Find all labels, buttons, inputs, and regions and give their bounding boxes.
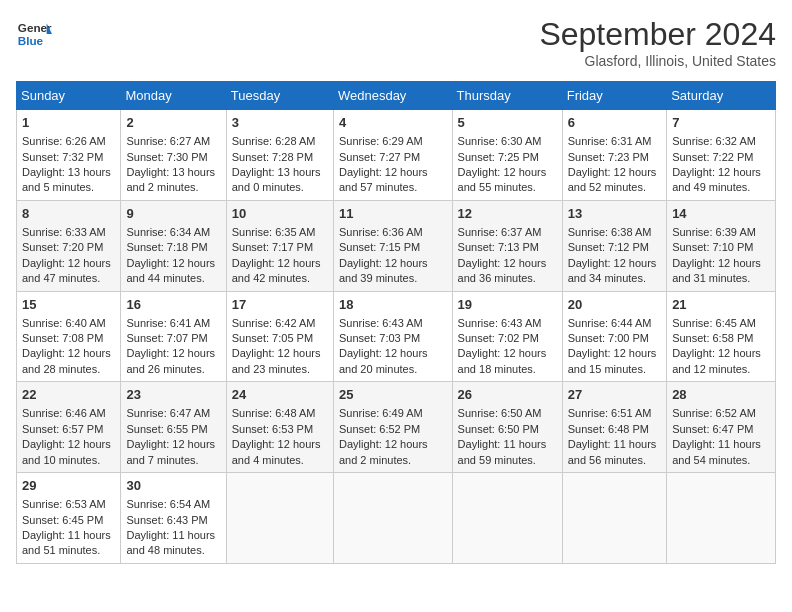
sunset-text: Sunset: 7:08 PM xyxy=(22,331,115,346)
sunset-text: Sunset: 7:17 PM xyxy=(232,240,328,255)
calendar-week-row: 29Sunrise: 6:53 AMSunset: 6:45 PMDayligh… xyxy=(17,473,776,564)
sunset-text: Sunset: 6:53 PM xyxy=(232,422,328,437)
sunset-text: Sunset: 7:00 PM xyxy=(568,331,661,346)
sunset-text: Sunset: 7:07 PM xyxy=(126,331,220,346)
day-number: 7 xyxy=(672,114,770,132)
sunset-text: Sunset: 7:20 PM xyxy=(22,240,115,255)
day-number: 26 xyxy=(458,386,557,404)
calendar-header-thursday: Thursday xyxy=(452,82,562,110)
day-number: 21 xyxy=(672,296,770,314)
daylight-text: Daylight: 12 hours and 36 minutes. xyxy=(458,256,557,287)
sunrise-text: Sunrise: 6:37 AM xyxy=(458,225,557,240)
daylight-text: Daylight: 11 hours and 51 minutes. xyxy=(22,528,115,559)
sunset-text: Sunset: 7:22 PM xyxy=(672,150,770,165)
day-number: 2 xyxy=(126,114,220,132)
day-number: 19 xyxy=(458,296,557,314)
day-number: 27 xyxy=(568,386,661,404)
sunset-text: Sunset: 6:58 PM xyxy=(672,331,770,346)
sunrise-text: Sunrise: 6:50 AM xyxy=(458,406,557,421)
calendar-week-row: 1Sunrise: 6:26 AMSunset: 7:32 PMDaylight… xyxy=(17,110,776,201)
daylight-text: Daylight: 13 hours and 2 minutes. xyxy=(126,165,220,196)
day-number: 18 xyxy=(339,296,447,314)
sunrise-text: Sunrise: 6:39 AM xyxy=(672,225,770,240)
calendar-cell: 18Sunrise: 6:43 AMSunset: 7:03 PMDayligh… xyxy=(333,291,452,382)
calendar-header-saturday: Saturday xyxy=(667,82,776,110)
calendar-cell: 1Sunrise: 6:26 AMSunset: 7:32 PMDaylight… xyxy=(17,110,121,201)
daylight-text: Daylight: 12 hours and 2 minutes. xyxy=(339,437,447,468)
sunset-text: Sunset: 6:50 PM xyxy=(458,422,557,437)
daylight-text: Daylight: 12 hours and 28 minutes. xyxy=(22,346,115,377)
sunset-text: Sunset: 6:45 PM xyxy=(22,513,115,528)
daylight-text: Daylight: 12 hours and 10 minutes. xyxy=(22,437,115,468)
calendar-cell: 29Sunrise: 6:53 AMSunset: 6:45 PMDayligh… xyxy=(17,473,121,564)
daylight-text: Daylight: 12 hours and 26 minutes. xyxy=(126,346,220,377)
day-number: 11 xyxy=(339,205,447,223)
daylight-text: Daylight: 11 hours and 54 minutes. xyxy=(672,437,770,468)
calendar-cell xyxy=(226,473,333,564)
calendar-cell: 16Sunrise: 6:41 AMSunset: 7:07 PMDayligh… xyxy=(121,291,226,382)
day-number: 9 xyxy=(126,205,220,223)
sunrise-text: Sunrise: 6:45 AM xyxy=(672,316,770,331)
daylight-text: Daylight: 12 hours and 23 minutes. xyxy=(232,346,328,377)
sunrise-text: Sunrise: 6:35 AM xyxy=(232,225,328,240)
day-number: 25 xyxy=(339,386,447,404)
sunrise-text: Sunrise: 6:26 AM xyxy=(22,134,115,149)
calendar-cell: 8Sunrise: 6:33 AMSunset: 7:20 PMDaylight… xyxy=(17,200,121,291)
sunrise-text: Sunrise: 6:31 AM xyxy=(568,134,661,149)
daylight-text: Daylight: 12 hours and 42 minutes. xyxy=(232,256,328,287)
daylight-text: Daylight: 12 hours and 15 minutes. xyxy=(568,346,661,377)
calendar-cell: 22Sunrise: 6:46 AMSunset: 6:57 PMDayligh… xyxy=(17,382,121,473)
daylight-text: Daylight: 12 hours and 57 minutes. xyxy=(339,165,447,196)
calendar-cell: 15Sunrise: 6:40 AMSunset: 7:08 PMDayligh… xyxy=(17,291,121,382)
sunrise-text: Sunrise: 6:40 AM xyxy=(22,316,115,331)
daylight-text: Daylight: 11 hours and 56 minutes. xyxy=(568,437,661,468)
calendar-cell: 5Sunrise: 6:30 AMSunset: 7:25 PMDaylight… xyxy=(452,110,562,201)
calendar-cell: 28Sunrise: 6:52 AMSunset: 6:47 PMDayligh… xyxy=(667,382,776,473)
sunrise-text: Sunrise: 6:42 AM xyxy=(232,316,328,331)
daylight-text: Daylight: 12 hours and 12 minutes. xyxy=(672,346,770,377)
svg-text:Blue: Blue xyxy=(18,34,44,47)
day-number: 29 xyxy=(22,477,115,495)
sunrise-text: Sunrise: 6:30 AM xyxy=(458,134,557,149)
daylight-text: Daylight: 12 hours and 20 minutes. xyxy=(339,346,447,377)
sunset-text: Sunset: 6:52 PM xyxy=(339,422,447,437)
calendar-cell: 23Sunrise: 6:47 AMSunset: 6:55 PMDayligh… xyxy=(121,382,226,473)
sunset-text: Sunset: 7:32 PM xyxy=(22,150,115,165)
sunset-text: Sunset: 7:10 PM xyxy=(672,240,770,255)
sunrise-text: Sunrise: 6:47 AM xyxy=(126,406,220,421)
sunset-text: Sunset: 6:55 PM xyxy=(126,422,220,437)
calendar-cell: 9Sunrise: 6:34 AMSunset: 7:18 PMDaylight… xyxy=(121,200,226,291)
day-number: 12 xyxy=(458,205,557,223)
day-number: 3 xyxy=(232,114,328,132)
calendar-week-row: 8Sunrise: 6:33 AMSunset: 7:20 PMDaylight… xyxy=(17,200,776,291)
sunrise-text: Sunrise: 6:29 AM xyxy=(339,134,447,149)
daylight-text: Daylight: 12 hours and 34 minutes. xyxy=(568,256,661,287)
daylight-text: Daylight: 12 hours and 18 minutes. xyxy=(458,346,557,377)
calendar-cell xyxy=(667,473,776,564)
sunrise-text: Sunrise: 6:38 AM xyxy=(568,225,661,240)
day-number: 4 xyxy=(339,114,447,132)
main-title: September 2024 xyxy=(539,16,776,53)
daylight-text: Daylight: 11 hours and 48 minutes. xyxy=(126,528,220,559)
day-number: 10 xyxy=(232,205,328,223)
sunrise-text: Sunrise: 6:54 AM xyxy=(126,497,220,512)
calendar-cell: 7Sunrise: 6:32 AMSunset: 7:22 PMDaylight… xyxy=(667,110,776,201)
calendar-cell: 10Sunrise: 6:35 AMSunset: 7:17 PMDayligh… xyxy=(226,200,333,291)
day-number: 6 xyxy=(568,114,661,132)
sunset-text: Sunset: 6:48 PM xyxy=(568,422,661,437)
sunset-text: Sunset: 7:12 PM xyxy=(568,240,661,255)
calendar-cell: 30Sunrise: 6:54 AMSunset: 6:43 PMDayligh… xyxy=(121,473,226,564)
logo: General Blue xyxy=(16,16,52,52)
day-number: 14 xyxy=(672,205,770,223)
sunset-text: Sunset: 7:28 PM xyxy=(232,150,328,165)
sunrise-text: Sunrise: 6:28 AM xyxy=(232,134,328,149)
day-number: 23 xyxy=(126,386,220,404)
daylight-text: Daylight: 13 hours and 5 minutes. xyxy=(22,165,115,196)
day-number: 20 xyxy=(568,296,661,314)
day-number: 15 xyxy=(22,296,115,314)
day-number: 5 xyxy=(458,114,557,132)
sunrise-text: Sunrise: 6:32 AM xyxy=(672,134,770,149)
calendar-cell: 27Sunrise: 6:51 AMSunset: 6:48 PMDayligh… xyxy=(562,382,666,473)
sunrise-text: Sunrise: 6:43 AM xyxy=(458,316,557,331)
calendar-table: SundayMondayTuesdayWednesdayThursdayFrid… xyxy=(16,81,776,564)
